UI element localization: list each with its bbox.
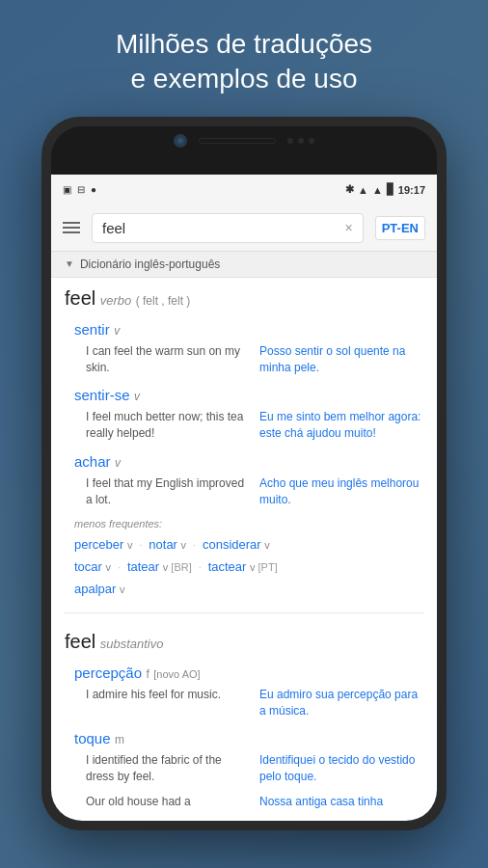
example-pt-toque: Identifiquei o tecido do vestido pelo to…	[259, 752, 423, 785]
battery-alt-icon: ⊟	[77, 184, 85, 195]
translation-word-sentir[interactable]: sentir	[74, 321, 110, 338]
gender-percepcao: f	[147, 667, 149, 681]
noun-main-word: feel	[65, 631, 95, 652]
section-divider	[65, 612, 423, 613]
translation-word-sentir-se[interactable]: sentir-se	[74, 387, 130, 403]
dict-arrow-icon: ▼	[65, 258, 74, 269]
time-display: 19:17	[398, 184, 425, 196]
noun-word-section: feel substantivo	[51, 621, 437, 659]
translation-achar: achar v	[51, 448, 437, 473]
less-freq-apalpar[interactable]: apalpar	[74, 582, 116, 596]
app-icon: ●	[91, 184, 96, 195]
less-freq-tatear[interactable]: tatear	[127, 559, 159, 574]
new-ao-tag: [novo AO]	[153, 668, 200, 680]
less-frequent-words: perceber v · notar v · considerar v toca…	[51, 531, 437, 605]
example-en-truncated: Our old house had a	[86, 794, 250, 810]
phone-screen: ▣ ⊟ ● ✱ ▲ ▲ ▊ 19:17 feel × PT-EN	[51, 126, 437, 821]
translation-sentir-se: sentir-se v	[51, 381, 437, 406]
noun-word-type: substantivo	[100, 637, 164, 651]
wifi-icon: ▲	[372, 184, 383, 196]
camera	[174, 134, 187, 148]
search-input-field[interactable]: feel ×	[92, 213, 364, 243]
gender-toque: m	[115, 733, 124, 746]
less-freq-notar[interactable]: notar	[149, 537, 177, 552]
clear-search-button[interactable]: ×	[345, 220, 353, 235]
translation-type-achar: v	[115, 456, 121, 470]
main-word-section: feel verbo ( felt , felt )	[51, 278, 437, 315]
main-word-forms: ( felt , felt )	[136, 294, 191, 308]
sensor-dots	[287, 138, 314, 144]
example-truncated: Our old house had a Nossa antiga casa ti…	[51, 791, 437, 816]
language-toggle[interactable]: PT-EN	[375, 216, 425, 240]
example-pt-achar: Acho que meu inglês melhorou muito.	[259, 475, 423, 508]
phone-container: ▣ ⊟ ● ✱ ▲ ▲ ▊ 19:17 feel × PT-EN	[41, 117, 447, 830]
translation-type-sentir-se: v	[134, 390, 140, 403]
header-line2: e exemplos de uso	[130, 64, 357, 94]
battery-icon: ▊	[387, 183, 394, 196]
example-toque: I identified the fabric of the dress by …	[51, 749, 437, 791]
translation-toque: toque m	[51, 724, 437, 749]
example-percepcao: I admire his feel for music. Eu admiro s…	[51, 684, 437, 725]
status-bar: ▣ ⊟ ● ✱ ▲ ▲ ▊ 19:17	[51, 175, 437, 205]
less-freq-considerar[interactable]: considerar	[203, 537, 261, 552]
header-text: Milhões de traduções e exemplos de uso	[77, 0, 411, 117]
search-bar: feel × PT-EN	[51, 205, 437, 252]
main-word-type: verbo	[100, 293, 132, 308]
search-query-text: feel	[102, 220, 125, 236]
phone-top-bar	[174, 134, 314, 148]
main-word: feel	[65, 287, 95, 309]
signal-icon: ▲	[358, 184, 368, 196]
example-sentir-se: I feel much better now; this tea really …	[51, 406, 437, 448]
example-pt-sentir-se: Eu me sinto bem melhor agora: este chá a…	[259, 409, 423, 442]
less-freq-tocar[interactable]: tocar	[74, 559, 102, 574]
example-en-toque: I identified the fabric of the dress by …	[86, 752, 250, 785]
translation-word-percepcao[interactable]: percepção	[74, 665, 142, 681]
less-freq-perceber[interactable]: perceber	[74, 537, 123, 552]
example-en-sentir: I can feel the warm sun on my skin.	[86, 343, 250, 376]
less-frequent-label: menos frequentes:	[51, 514, 437, 531]
translation-type-sentir: v	[114, 324, 120, 338]
header-line1: Milhões de traduções	[116, 29, 372, 59]
less-freq-tactear[interactable]: tactear	[208, 559, 247, 574]
dictionary-content: ▼ Dicionário inglês-português feel verbo…	[51, 252, 437, 821]
dictionary-label: ▼ Dicionário inglês-português	[51, 252, 437, 278]
dict-label-text: Dicionário inglês-português	[80, 258, 220, 271]
example-pt-truncated: Nossa antiga casa tinha	[259, 794, 423, 810]
translation-sentir: sentir v	[51, 315, 437, 340]
status-left-icons: ▣ ⊟ ●	[63, 184, 96, 195]
bluetooth-icon: ✱	[345, 183, 354, 196]
speaker	[199, 138, 276, 144]
translation-percepcao: percepção f [novo AO]	[51, 659, 437, 684]
example-en-percepcao: I admire his feel for music.	[86, 687, 250, 719]
menu-button[interactable]	[63, 222, 80, 233]
example-sentir: I can feel the warm sun on my skin. Poss…	[51, 340, 437, 382]
example-en-achar: I feel that my English improved a lot.	[86, 475, 250, 508]
example-pt-percepcao: Eu admiro sua percepção para a música.	[259, 687, 423, 719]
example-pt-sentir: Posso sentir o sol quente na minha pele.	[259, 343, 423, 376]
sim-icon: ▣	[63, 184, 71, 195]
example-en-sentir-se: I feel much better now; this tea really …	[86, 409, 250, 442]
translation-word-achar[interactable]: achar	[74, 453, 111, 470]
example-achar: I feel that my English improved a lot. A…	[51, 473, 437, 514]
status-right-icons: ✱ ▲ ▲ ▊ 19:17	[345, 183, 425, 196]
translation-word-toque[interactable]: toque	[74, 730, 111, 746]
